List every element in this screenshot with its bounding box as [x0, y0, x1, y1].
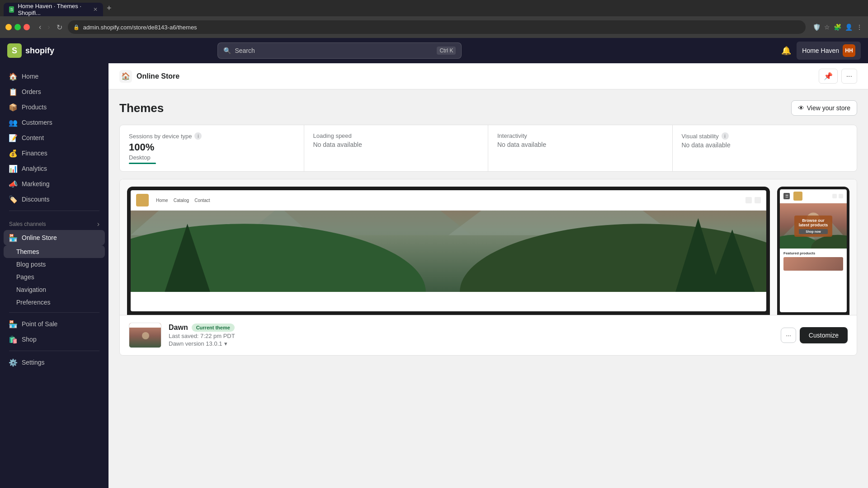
- profile-icon[interactable]: 👤: [845, 23, 853, 31]
- mobile-cart-icon: [839, 194, 843, 198]
- sidebar-pos-label: Point of Sale: [22, 320, 57, 328]
- sidebar-settings-label: Settings: [22, 359, 45, 366]
- extensions-icon[interactable]: 🧩: [834, 23, 841, 31]
- sidebar-shop[interactable]: 🛍️ Shop: [4, 332, 105, 347]
- sidebar-online-store[interactable]: 🏪 Online Store: [4, 230, 105, 245]
- url-text: admin.shopify.com/store/de8143-a6/themes: [83, 24, 197, 31]
- metrics-bar: Sessions by device type i 100% Desktop L…: [119, 125, 857, 172]
- search-nav-icon: [745, 197, 752, 203]
- sidebar-preferences[interactable]: Preferences: [4, 296, 105, 309]
- sidebar-analytics[interactable]: 📊 Analytics: [4, 161, 105, 176]
- browser-toolbar: ‹ › ↻ 🔒 admin.shopify.com/store/de8143-a…: [0, 16, 868, 38]
- sidebar-online-store-label: Online Store: [22, 234, 57, 241]
- themes-title-row: Themes 👁 View your store: [119, 100, 857, 116]
- content-icon: 📝: [9, 134, 17, 142]
- sidebar-products[interactable]: 📦 Products: [4, 99, 105, 115]
- metric-loading: Loading speed No data available: [304, 125, 489, 171]
- sessions-bar: [129, 163, 156, 164]
- sidebar-products-label: Products: [22, 103, 47, 111]
- mobile-featured-title: Featured products: [783, 251, 843, 255]
- sidebar-finances-label: Finances: [22, 150, 47, 157]
- sidebar-finances[interactable]: 💰 Finances: [4, 145, 105, 161]
- search-shortcut: Ctrl K: [437, 47, 456, 55]
- eye-icon: 👁: [798, 104, 804, 112]
- mobile-search-icon: [832, 194, 837, 198]
- main-content: 🏠 Online Store 📌 ··· Themes 👁 View your …: [108, 63, 868, 488]
- search-icon: 🔍: [223, 47, 231, 54]
- search-bar[interactable]: 🔍 Search Ctrl K: [217, 42, 462, 59]
- header-actions: 📌 ···: [819, 69, 857, 84]
- new-tab-button[interactable]: +: [103, 4, 115, 13]
- page-title: Themes: [119, 101, 164, 115]
- online-store-title-text: Online Store: [137, 72, 179, 80]
- forward-btn[interactable]: ›: [46, 21, 52, 33]
- theme-more-button[interactable]: ···: [781, 328, 796, 343]
- shopify-logo: S shopify: [7, 43, 54, 58]
- chevron-down-icon: ▾: [224, 340, 227, 347]
- sidebar-navigation[interactable]: Navigation: [4, 283, 105, 296]
- sidebar-discounts-label: Discounts: [22, 196, 49, 203]
- sidebar-content[interactable]: 📝 Content: [4, 130, 105, 145]
- mobile-shop-btn: Shop now: [799, 229, 828, 234]
- view-store-button[interactable]: 👁 View your store: [791, 100, 857, 116]
- address-bar[interactable]: 🔒 admin.shopify.com/store/de8143-a6/them…: [68, 20, 806, 34]
- metric-visual: Visual stability i No data available: [673, 125, 857, 171]
- sidebar-home[interactable]: 🏠 Home: [4, 69, 105, 84]
- sidebar-pages-label: Pages: [16, 273, 34, 281]
- theme-actions: ··· Customize: [781, 327, 848, 343]
- customize-button[interactable]: Customize: [800, 327, 848, 343]
- sidebar-divider: [9, 211, 99, 211]
- theme-name: Dawn Current theme: [169, 324, 235, 332]
- metric-visual-label: Visual stability i: [682, 132, 848, 140]
- mobile-featured-img: [783, 257, 843, 271]
- back-btn[interactable]: ‹: [37, 21, 43, 33]
- visual-info-icon[interactable]: i: [722, 132, 729, 140]
- metric-loading-no-data: No data available: [313, 141, 479, 148]
- desktop-hero: [131, 211, 766, 292]
- tab-close-btn[interactable]: ✕: [93, 6, 98, 13]
- sidebar-divider-2: [9, 312, 99, 313]
- cart-nav-icon: [755, 197, 761, 203]
- sidebar-settings[interactable]: ⚙️ Settings: [4, 355, 105, 370]
- more-options-button[interactable]: ···: [841, 69, 857, 84]
- tab-title: Home Haven · Themes · Shopifi...: [18, 3, 90, 16]
- sales-channels-expand[interactable]: ›: [97, 220, 99, 228]
- minimize-btn[interactable]: [5, 24, 12, 30]
- mobile-screen: ☰: [780, 189, 847, 312]
- store-menu-button[interactable]: Home Haven HH: [797, 42, 861, 60]
- active-tab[interactable]: S Home Haven · Themes · Shopifi... ✕: [4, 3, 103, 16]
- svg-point-18: [142, 332, 149, 339]
- sidebar-preferences-label: Preferences: [16, 299, 50, 306]
- notification-button[interactable]: 🔔: [781, 46, 791, 56]
- top-bar: S shopify 🔍 Search Ctrl K 🔔 Home Haven H…: [0, 38, 868, 63]
- maximize-btn[interactable]: [14, 24, 21, 30]
- desktop-nav-links: Home Catalog Contact: [156, 198, 210, 203]
- sidebar-pages[interactable]: Pages: [4, 271, 105, 283]
- sidebar-themes-label: Themes: [16, 248, 39, 255]
- star-icon[interactable]: ☆: [824, 23, 830, 31]
- mobile-nav-icons: [832, 194, 843, 198]
- theme-thumbnail: [129, 323, 161, 348]
- sidebar-discounts[interactable]: 🏷️ Discounts: [4, 192, 105, 207]
- settings-icon: ⚙️: [9, 358, 17, 366]
- sidebar-orders[interactable]: 📋 Orders: [4, 84, 105, 99]
- sidebar-marketing[interactable]: 📣 Marketing: [4, 176, 105, 192]
- close-btn[interactable]: [24, 24, 30, 30]
- metric-sessions-value: 100%: [129, 141, 295, 153]
- menu-icon[interactable]: ⋮: [856, 23, 863, 31]
- theme-thumbnail-img: [129, 323, 161, 348]
- sidebar-customers[interactable]: 👥 Customers: [4, 115, 105, 130]
- metric-interactivity: Interactivity No data available: [488, 125, 673, 171]
- refresh-btn[interactable]: ↻: [55, 21, 64, 33]
- desktop-preview: Home Catalog Contact: [127, 187, 770, 315]
- sidebar-orders-label: Orders: [22, 88, 41, 95]
- shield-icon: 🛡️: [813, 23, 821, 31]
- sidebar-point-of-sale[interactable]: 🏪 Point of Sale: [4, 316, 105, 332]
- mobile-menu-icon: ☰: [783, 193, 790, 199]
- sidebar-themes[interactable]: Themes: [4, 245, 105, 258]
- mobile-logo: [793, 192, 802, 201]
- sessions-info-icon[interactable]: i: [194, 132, 202, 140]
- pin-button[interactable]: 📌: [819, 69, 838, 84]
- sidebar-blog-posts[interactable]: Blog posts: [4, 258, 105, 271]
- theme-version[interactable]: Dawn version 13.0.1 ▾: [169, 340, 235, 347]
